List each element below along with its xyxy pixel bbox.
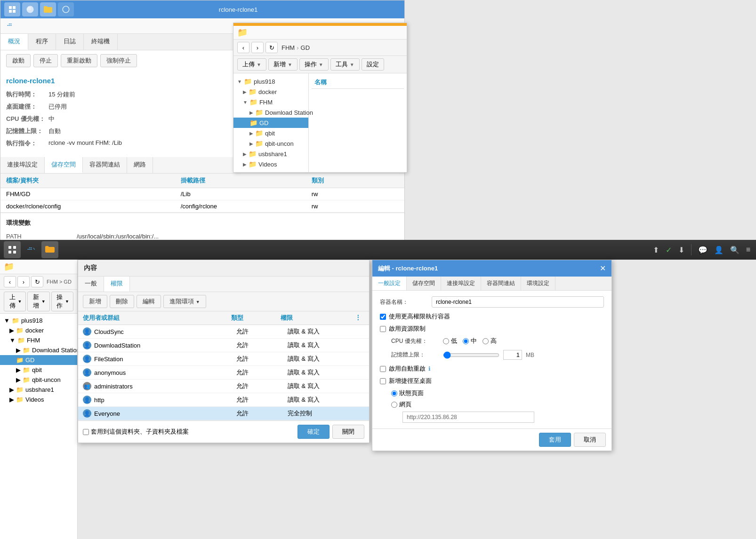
taskbar-user-icon[interactable]: 👤 bbox=[712, 244, 725, 256]
fm-tree-docker[interactable]: ▶ 📁 docker bbox=[233, 87, 308, 97]
tab-terminal[interactable]: 終端機 bbox=[84, 34, 118, 50]
edit-tab-storage[interactable]: 儲存空間 bbox=[407, 277, 441, 290]
status-page-radio[interactable] bbox=[391, 390, 397, 396]
btree-download-station[interactable]: ▶ 📁 Download Station bbox=[0, 345, 77, 355]
perm-edit-btn[interactable]: 編輯 bbox=[137, 295, 161, 308]
auto-restart-checkbox[interactable] bbox=[380, 366, 386, 372]
cpu-mid-radio[interactable] bbox=[463, 338, 469, 344]
memory-slider[interactable] bbox=[443, 351, 499, 359]
fm-tree-usbshare1[interactable]: ▶ 📁 usbshare1 bbox=[233, 149, 308, 159]
perm-row-everyone[interactable]: 👤 Everyone 允許 完全控制 bbox=[78, 407, 369, 420]
fm-tree-gd[interactable]: 📁 GD bbox=[233, 118, 308, 128]
fm-tree-plus918[interactable]: ▼ 📁 plus918 bbox=[233, 76, 308, 87]
btree-plus918[interactable]: ▼ 📁 plus918 bbox=[0, 316, 77, 325]
bottom-fm-refresh-btn[interactable]: ↻ bbox=[31, 276, 43, 287]
perm-row-downloadstation[interactable]: 👤 DownloadStation 允許 讀取 & 寫入 bbox=[78, 339, 369, 352]
edit-tab-links[interactable]: 容器間連結 bbox=[481, 277, 521, 290]
fm-tree-qbit-uncon[interactable]: ▶ 📁 qbit-uncon bbox=[233, 138, 308, 149]
stop-button[interactable]: 停止 bbox=[33, 54, 58, 67]
taskbar-list-icon[interactable]: ≡ bbox=[744, 244, 752, 256]
whale-icon-btn[interactable] bbox=[58, 2, 74, 16]
fm-settings-btn[interactable]: 設定 bbox=[362, 58, 384, 71]
auto-restart-info[interactable]: ℹ bbox=[428, 365, 431, 372]
tab-port-settings[interactable]: 連接埠設定 bbox=[0, 157, 45, 173]
grid-icon-btn[interactable] bbox=[4, 2, 20, 16]
edit-container-name-input[interactable] bbox=[432, 296, 604, 308]
edit-footer: 套用 取消 bbox=[372, 428, 611, 451]
tab-log[interactable]: 日誌 bbox=[56, 34, 84, 50]
edit-cancel-btn[interactable]: 取消 bbox=[574, 433, 606, 447]
edit-tab-ports[interactable]: 連接埠設定 bbox=[441, 277, 481, 290]
restart-button[interactable]: 重新啟動 bbox=[61, 54, 97, 67]
tab-process[interactable]: 程序 bbox=[28, 34, 56, 50]
memory-value-input[interactable] bbox=[503, 350, 522, 360]
bottom-fm-action-btn[interactable]: 操作 ▼ bbox=[51, 292, 73, 311]
taskbar-grid-icon[interactable] bbox=[4, 241, 21, 258]
web-url-input[interactable] bbox=[402, 412, 534, 423]
btree-docker[interactable]: ▶ 📁 docker bbox=[0, 325, 77, 335]
taskbar-upload-icon[interactable]: ⬆ bbox=[651, 244, 661, 256]
fm-tools-btn[interactable]: 工具 ▼ bbox=[330, 58, 360, 71]
taskbar-docker-icon[interactable] bbox=[23, 241, 40, 258]
taskbar-download-icon[interactable]: ⬇ bbox=[676, 244, 686, 256]
fm-tree-qbit[interactable]: ▶ 📁 qbit bbox=[233, 128, 308, 138]
perm-row-anonymous[interactable]: 👤 anonymous 允許 讀取 & 寫入 bbox=[78, 366, 369, 380]
tab-overview[interactable]: 概況 bbox=[0, 34, 28, 50]
fm-tree-fhm[interactable]: ▼ 📁 FHM bbox=[233, 97, 308, 107]
perm-delete-btn[interactable]: 刪除 bbox=[110, 295, 134, 308]
taskbar-folder-icon[interactable] bbox=[41, 241, 58, 258]
fm-upload-btn[interactable]: 上傳 ▼ bbox=[237, 58, 266, 71]
edit-apply-btn[interactable]: 套用 bbox=[539, 433, 571, 447]
run-time-label: 執行時間： bbox=[6, 90, 48, 99]
fm-forward-btn[interactable]: › bbox=[251, 42, 264, 53]
fm-refresh-btn[interactable]: ↻ bbox=[265, 42, 278, 53]
bottom-fm-new-btn[interactable]: 新增 ▼ bbox=[27, 292, 49, 311]
fm-action-btn[interactable]: 操作 ▼ bbox=[299, 58, 329, 71]
tab-network[interactable]: 網路 bbox=[127, 157, 153, 173]
bottom-fm-forward-btn[interactable]: › bbox=[17, 276, 30, 287]
edit-tab-env[interactable]: 環境設定 bbox=[521, 277, 555, 290]
btree-usbshare1[interactable]: ▶ 📁 usbshare1 bbox=[0, 385, 77, 395]
btree-qbit[interactable]: ▶ 📁 qbit bbox=[0, 365, 77, 375]
tab-storage[interactable]: 儲存空間 bbox=[45, 157, 83, 173]
taskbar-search-icon[interactable]: 🔍 bbox=[728, 244, 741, 256]
col-more-header: ⋮ bbox=[355, 314, 364, 322]
web-page-radio[interactable] bbox=[391, 402, 397, 408]
bottom-fm-upload-btn[interactable]: 上傳 ▼ bbox=[4, 292, 26, 311]
shortcut-checkbox[interactable] bbox=[380, 378, 386, 384]
resource-limit-checkbox[interactable] bbox=[380, 326, 386, 332]
perm-row-filestation[interactable]: 👤 FileStation 允許 讀取 & 寫入 bbox=[78, 352, 369, 366]
btree-qbit-uncon[interactable]: ▶ 📁 qbit-uncon bbox=[0, 375, 77, 385]
perm-row-cloudsync[interactable]: 👤 CloudSync 允許 讀取 & 寫入 bbox=[78, 325, 369, 339]
apply-all-checkbox[interactable] bbox=[83, 429, 89, 435]
perm-add-btn[interactable]: 新增 bbox=[83, 295, 107, 308]
dialog-tab-permissions[interactable]: 權限 bbox=[104, 277, 130, 292]
fm-tree-download-station[interactable]: ▶ 📁 Download Station bbox=[233, 107, 308, 118]
cpu-high-radio[interactable] bbox=[483, 338, 489, 344]
taskbar-chat-icon[interactable]: 💬 bbox=[696, 244, 709, 256]
fm-back-btn[interactable]: ‹ bbox=[237, 42, 249, 53]
fm-tree-videos[interactable]: ▶ 📁 Videos bbox=[233, 159, 308, 169]
edit-tab-general[interactable]: 一般設定 bbox=[372, 277, 407, 290]
fm-new-btn[interactable]: 新增 ▼ bbox=[268, 58, 298, 71]
taskbar-check-icon[interactable]: ✓ bbox=[664, 244, 674, 256]
bottom-fm-back-btn[interactable]: ‹ bbox=[4, 276, 16, 287]
dialog-title: 內容 bbox=[84, 264, 97, 272]
perm-confirm-btn[interactable]: 確定 bbox=[298, 425, 330, 439]
btree-gd[interactable]: 📁 GD bbox=[0, 355, 77, 365]
perm-row-administrators[interactable]: 👥 administrators 允許 讀取 & 寫入 bbox=[78, 380, 369, 393]
perm-advanced-btn[interactable]: 進階環項 ▼ bbox=[163, 295, 206, 308]
privilege-checkbox[interactable] bbox=[380, 314, 386, 320]
docker-icon-btn[interactable] bbox=[22, 2, 38, 16]
force-stop-button[interactable]: 強制停止 bbox=[100, 54, 137, 67]
dialog-tab-general[interactable]: 一般 bbox=[78, 277, 104, 292]
edit-dialog-close-btn[interactable]: ✕ bbox=[600, 264, 606, 273]
btree-fhm[interactable]: ▼ 📁 FHM bbox=[0, 335, 77, 345]
tab-container-links[interactable]: 容器間連結 bbox=[83, 157, 127, 173]
perm-close-btn[interactable]: 關閉 bbox=[332, 425, 364, 439]
start-button[interactable]: 啟動 bbox=[6, 54, 31, 67]
perm-row-http[interactable]: 👤 http 允許 讀取 & 寫入 bbox=[78, 393, 369, 407]
folder-icon-btn[interactable] bbox=[40, 2, 56, 16]
btree-videos[interactable]: ▶ 📁 Videos bbox=[0, 395, 77, 404]
cpu-low-radio[interactable] bbox=[443, 338, 449, 344]
